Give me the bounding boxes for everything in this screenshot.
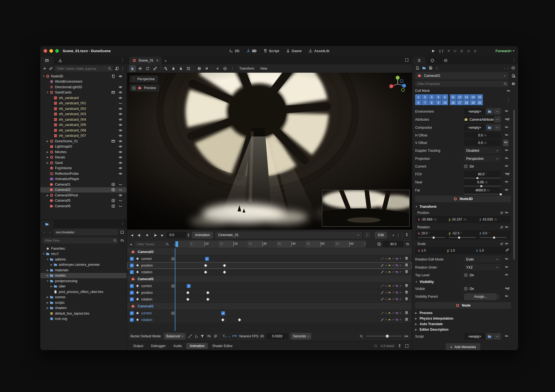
unlock-node-button[interactable] xyxy=(178,65,184,72)
wrap-clamp-icon[interactable] xyxy=(387,318,392,322)
environment-settings-button[interactable] xyxy=(222,65,228,72)
add-track-icon[interactable]: + xyxy=(130,242,132,247)
loop-dropdown-icon[interactable]: ▾ xyxy=(400,271,401,273)
pin-bottom-icon[interactable] xyxy=(397,344,402,348)
track-camera03-rotation[interactable]: ✓rotation▾▾▾ xyxy=(127,269,412,275)
animation-menu-button[interactable]: Animation xyxy=(192,232,213,239)
delete-track-icon[interactable] xyxy=(405,284,408,289)
interp-linear-icon[interactable] xyxy=(380,297,385,302)
fs-item-default-bus-layout-tres[interactable]: default_bus_layout.tres xyxy=(40,311,127,316)
filter-properties-input[interactable] xyxy=(415,81,509,87)
renderer-selector[interactable]: Forward+▾ xyxy=(496,49,514,53)
loop-wrap-icon[interactable] xyxy=(395,270,399,274)
cull-mask-bit-3[interactable]: 3 xyxy=(428,94,435,100)
pin-icon[interactable] xyxy=(405,233,409,237)
fs-item-icon-svg[interactable]: icon.svg xyxy=(40,316,127,322)
interp-dropdown-icon[interactable]: ▾ xyxy=(385,271,387,273)
fs-item-scenes[interactable]: ▶scenes xyxy=(40,295,127,300)
wrap-clamp-icon[interactable] xyxy=(387,284,392,288)
tab-import[interactable] xyxy=(54,57,67,64)
global-local-toggle-button[interactable] xyxy=(196,65,203,72)
wrap-dropdown-icon[interactable]: ▾ xyxy=(393,271,394,273)
sort-tracks-icon[interactable] xyxy=(207,334,211,338)
keyframe-diamond[interactable] xyxy=(204,270,207,274)
pin-property-icon[interactable] xyxy=(505,148,509,153)
timeline-ruler[interactable]: 05101520253035404550556065 xyxy=(175,241,366,248)
tree-node-sandcards[interactable]: ▼SandCards xyxy=(40,90,127,95)
wrap-clamp-icon[interactable] xyxy=(387,270,392,274)
fs-item-scripts[interactable]: ▶scripts xyxy=(40,300,127,305)
file-sort-icon[interactable] xyxy=(120,238,124,243)
fs-item-uber[interactable]: ▶uber xyxy=(40,284,127,289)
wrap-clamp-icon[interactable] xyxy=(387,297,392,302)
keyframe-diamond[interactable] xyxy=(223,270,226,274)
pin-property-icon[interactable] xyxy=(505,133,509,138)
snap-time-icon[interactable]: Tₙ xyxy=(223,334,226,338)
load-resource-icon[interactable] xyxy=(486,333,493,340)
bool-checkbox[interactable] xyxy=(464,165,468,168)
fit-timeline-icon[interactable] xyxy=(404,334,408,338)
pin-property-icon[interactable] xyxy=(506,88,511,93)
assign-options-icon[interactable]: ⋮ xyxy=(496,294,501,299)
tree-arrow-icon[interactable]: ▶ xyxy=(46,296,49,299)
interp-dropdown-icon[interactable]: ▾ xyxy=(385,257,387,260)
tab-filesystem[interactable] xyxy=(40,220,54,228)
fs-item-favorites-[interactable]: Favorites: xyxy=(40,246,127,251)
function-icon[interactable]: ƒ₀ xyxy=(195,334,198,338)
vector-value[interactable]: x1.0y1.0z1.0 xyxy=(415,247,511,254)
keyframe-diamond[interactable] xyxy=(206,291,209,294)
track-group-camera05[interactable]: Camera05 xyxy=(127,275,412,283)
pin-property-icon[interactable] xyxy=(505,242,509,246)
tree-node-lightmapgi[interactable]: LightmapGI xyxy=(40,144,127,150)
perspective-menu-button[interactable]: ⋮ Perspective xyxy=(130,75,158,83)
track-enabled-checkbox[interactable]: ✓ xyxy=(130,257,134,261)
pin-property-icon[interactable] xyxy=(505,211,509,215)
track-enabled-checkbox[interactable]: ✓ xyxy=(130,284,134,288)
resource-dropdown-icon[interactable] xyxy=(494,333,501,340)
visibility-eye-icon[interactable] xyxy=(118,96,122,100)
timeline-zoom-slider[interactable] xyxy=(366,336,402,337)
cull-mask-bit-17[interactable]: 17 xyxy=(456,100,463,105)
bezier-curve-icon[interactable] xyxy=(188,334,192,338)
visibility-eye-icon[interactable] xyxy=(118,139,122,143)
tree-node-meshes[interactable]: ▶Meshes xyxy=(40,149,127,155)
track-group-camera02[interactable]: Camera02 xyxy=(127,303,412,310)
stop-button[interactable]: ■ xyxy=(448,49,450,53)
interp-dropdown-icon[interactable]: ▾ xyxy=(385,312,387,314)
tree-node-camera03pivot[interactable]: ▶Camera03Pivot xyxy=(40,193,127,198)
play-custom-scene-button[interactable]: ▥ xyxy=(467,49,470,53)
wrap-clamp-icon[interactable] xyxy=(387,257,392,261)
number-value[interactable]: 0.0m xyxy=(464,140,501,146)
pin-property-icon[interactable] xyxy=(505,334,509,339)
tree-arrow-icon[interactable]: ▼ xyxy=(46,280,49,282)
edited-node-selector[interactable]: Camera02 xyxy=(415,72,509,79)
fs-item-postprocessing[interactable]: ▼postprocessing xyxy=(40,278,127,284)
camera-preview-icon[interactable] xyxy=(111,199,115,203)
tree-node-worldenvironment[interactable]: WorldEnvironment xyxy=(40,79,127,85)
close-tab-icon[interactable]: ✕ xyxy=(156,59,159,62)
visibility-eye-icon[interactable] xyxy=(118,155,122,160)
delete-track-icon[interactable] xyxy=(405,290,408,295)
section-process[interactable]: ▶Process xyxy=(415,310,511,316)
camera-preview-icon[interactable] xyxy=(111,182,115,186)
edit-button[interactable]: Edit xyxy=(375,232,387,239)
dropdown-value[interactable]: Euler xyxy=(464,256,501,262)
pin-property-icon[interactable] xyxy=(505,156,509,161)
cull-mask-bit-12[interactable]: 12 xyxy=(456,94,463,100)
camera-preview-icon[interactable] xyxy=(111,204,115,208)
loop-wrap-icon[interactable] xyxy=(395,284,399,288)
visibility-eye-icon[interactable] xyxy=(118,123,122,127)
interp-linear-icon[interactable] xyxy=(380,270,385,274)
cull-mask-bit-2[interactable]: 2 xyxy=(422,94,428,100)
loop-wrap-icon[interactable] xyxy=(395,257,399,261)
tree-arrow-icon[interactable]: ▶ xyxy=(46,274,49,277)
pin-property-icon[interactable] xyxy=(505,180,509,185)
cull-mask-bit-4[interactable]: 4 xyxy=(435,94,442,100)
tree-arrow-icon[interactable]: ▼ xyxy=(46,91,49,94)
loop-dropdown-icon[interactable]: ▾ xyxy=(400,298,401,300)
pin-property-icon[interactable] xyxy=(505,109,509,114)
wrap-dropdown-icon[interactable]: ▾ xyxy=(393,285,394,287)
tree-node-camera06[interactable]: Camera06 xyxy=(40,203,127,209)
resource-options-icon[interactable]: ⋮ xyxy=(435,66,439,70)
interp-dropdown-icon[interactable]: ▾ xyxy=(385,285,387,287)
